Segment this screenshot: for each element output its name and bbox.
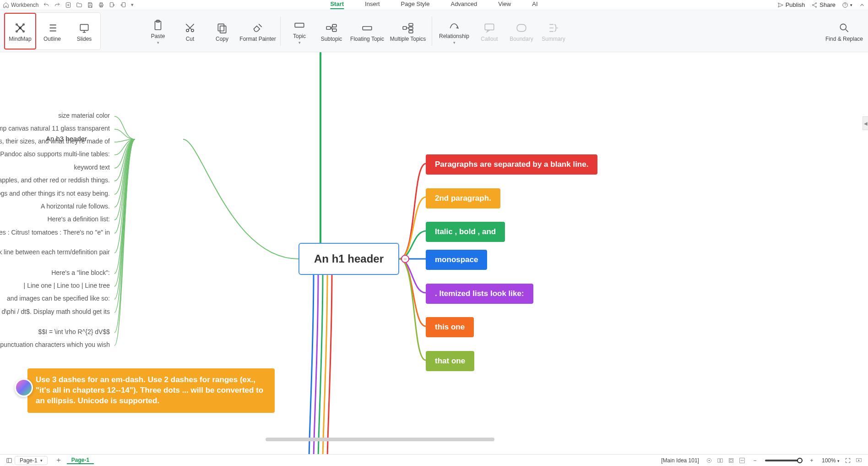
subtopic-button[interactable]: Subtopic (315, 12, 347, 50)
chevron-down-icon: ▾ (298, 40, 301, 45)
print-icon (98, 2, 104, 8)
svg-point-6 (813, 4, 814, 5)
branch-node[interactable]: 2nd paragraph. (426, 188, 500, 208)
central-topic[interactable]: An h1 header (298, 243, 399, 275)
canvas[interactable]: An h1 header − Paragraphs are separated … (0, 52, 868, 454)
zoom-slider-knob[interactable] (797, 458, 803, 463)
branch-node[interactable]: . Itemized lists look like: (426, 284, 533, 304)
share-icon (811, 2, 818, 8)
fullscreen-button[interactable] (843, 457, 852, 464)
find-replace-button[interactable]: Find & Replace (822, 12, 866, 50)
tab-view[interactable]: View (498, 0, 511, 9)
zoom-in-button[interactable]: + (807, 457, 816, 464)
zoom-level[interactable]: 100% ▾ (822, 457, 840, 464)
left-leaf[interactable]: frogs and other things it's not easy bei… (0, 190, 110, 197)
tab-pagestyle[interactable]: Page Style (401, 0, 430, 9)
import-button[interactable] (120, 2, 126, 8)
more-quick-button[interactable]: ▾ (131, 2, 134, 8)
boundary-icon (515, 22, 527, 34)
export-button[interactable] (109, 2, 115, 8)
assistant-avatar-icon[interactable] (15, 378, 33, 397)
branch-node[interactable]: monospace (426, 250, 487, 270)
svg-rect-28 (409, 23, 413, 26)
paste-button[interactable]: Paste ▾ (142, 12, 174, 50)
read-mode-button[interactable] (716, 457, 725, 464)
mode-outline[interactable]: Outline (36, 13, 68, 49)
callout-button: Callout (473, 12, 505, 50)
collapse-ribbon-button[interactable] (859, 2, 865, 8)
svg-rect-22 (295, 23, 304, 27)
svg-rect-1 (99, 4, 103, 6)
format-painter-button[interactable]: Format Painter (238, 12, 277, 50)
svg-point-18 (186, 29, 189, 31)
fit-width-button[interactable] (738, 457, 747, 464)
page-selector[interactable]: Page-1 ▾ (15, 456, 48, 465)
copy-label: Copy (216, 36, 228, 42)
left-leaf[interactable]: | Line one | Line too | Line tree (0, 282, 110, 289)
view-mode-group: MindMap Outline Slides (4, 12, 101, 50)
branch-node[interactable]: this one (426, 317, 474, 337)
workbench-home[interactable]: Workbench (3, 2, 38, 8)
topic-button[interactable]: Topic ▾ (283, 12, 315, 50)
book-icon (717, 457, 723, 464)
mode-mindmap-label: MindMap (9, 36, 31, 42)
left-leaf[interactable]: es, their sizes, and what they're made o… (0, 137, 110, 145)
branch-node[interactable]: that one (426, 351, 474, 371)
open-folder-button[interactable] (76, 2, 82, 8)
zoom-slider[interactable] (765, 460, 802, 461)
tab-advanced[interactable]: Advanced (450, 0, 477, 9)
tab-start[interactable]: Start (330, 0, 344, 9)
multiple-topics-button[interactable]: Multiple Topics (387, 12, 429, 50)
mode-slides[interactable]: Slides (68, 13, 100, 49)
floating-topic-button[interactable]: Floating Topic (347, 12, 387, 50)
zoom-out-button[interactable]: − (750, 457, 760, 464)
left-leaf[interactable]: Here's a definition list: (0, 215, 110, 223)
left-leaf-text: $$I = \int \rho R^{2} dV$$ (38, 328, 110, 335)
collapse-branch-button[interactable]: − (401, 255, 409, 263)
left-leaf[interactable]: k line between each term/definition pair (0, 248, 110, 256)
print-button[interactable] (98, 2, 104, 8)
svg-rect-3 (100, 5, 103, 7)
tab-insert[interactable]: Insert (365, 0, 380, 9)
callout-tooltip[interactable]: Use 3 dashes for an em-dash. Use 2 dashe… (27, 368, 275, 413)
undo-button[interactable] (43, 2, 49, 8)
right-panel-toggle[interactable]: ◀ (863, 116, 868, 130)
panel-toggle-button[interactable] (5, 457, 14, 464)
copy-button[interactable]: Copy (206, 12, 238, 50)
left-leaf[interactable]: A horizontal rule follows. (0, 203, 110, 210)
fit-topic-button[interactable] (705, 457, 714, 464)
left-leaf[interactable]: s, apples, and other red or reddish thin… (0, 176, 110, 184)
left-leaf[interactable]: size material color (0, 112, 110, 119)
share-button[interactable]: Share (811, 1, 835, 8)
chevron-down-icon: ▾ (453, 40, 456, 45)
left-leaf[interactable]: ges : Citrus! tomatoes : There's no "e" … (0, 229, 110, 236)
left-leaf[interactable]: hemp canvas natural 11 glass transparent (0, 125, 110, 132)
context-label: [Main Idea 101] (661, 457, 699, 464)
help-button[interactable]: ▾ (842, 2, 852, 8)
left-leaf[interactable]: keyword text (0, 164, 110, 171)
main-tabs: Start Insert Page Style Advanced View AI (330, 0, 537, 9)
redo-button[interactable] (54, 2, 60, 8)
save-button[interactable] (87, 2, 93, 8)
new-file-button[interactable] (65, 2, 71, 8)
fit-page-button[interactable] (727, 457, 736, 464)
add-page-button[interactable]: ＋ (54, 456, 63, 465)
relationship-button[interactable]: Relationship ▾ (435, 12, 473, 50)
cut-button[interactable]: Cut (174, 12, 206, 50)
left-leaf[interactable]: and images can be specified like so: (0, 295, 110, 302)
horizontal-scrollbar[interactable] (266, 438, 494, 441)
tab-ai[interactable]: AI (532, 0, 537, 9)
fullscreen-icon (845, 457, 851, 464)
branch-node[interactable]: Paragraphs are separated by a blank line… (426, 154, 597, 175)
left-leaf[interactable]: = d\phi / dt$. Display math should get i… (0, 308, 110, 315)
left-leaf[interactable]: y punctuation characters which you wish (0, 341, 110, 348)
left-leaf[interactable]: Here's a "line block": (0, 269, 110, 276)
present-button[interactable] (854, 457, 863, 464)
publish-button[interactable]: Publish (777, 1, 805, 8)
left-leaf[interactable]: e.) Pandoc also supports multi-line tabl… (0, 150, 110, 158)
page-tab[interactable]: Page-1 (67, 457, 94, 464)
branch-node[interactable]: Italic , bold , and (426, 222, 505, 242)
mode-mindmap[interactable]: MindMap (4, 13, 36, 49)
svg-rect-24 (332, 24, 336, 27)
left-leaf[interactable]: $$I = \int \rho R^{2} dV$$ (0, 328, 110, 335)
